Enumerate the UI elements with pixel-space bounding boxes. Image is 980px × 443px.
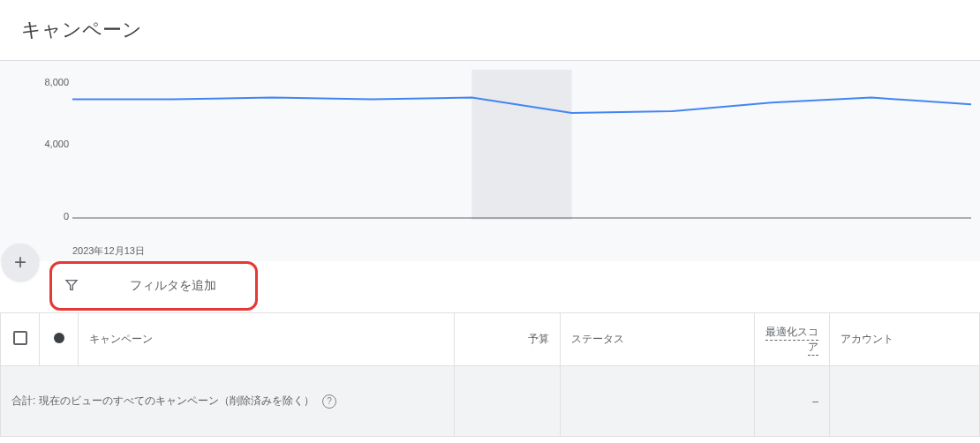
page-header: キャンペーン <box>0 0 980 61</box>
optscore-column-header[interactable]: 最適化スコア <box>755 313 830 366</box>
svg-rect-0 <box>471 70 571 220</box>
status-indicator-header[interactable] <box>40 313 79 366</box>
plus-icon: + <box>14 250 26 274</box>
summary-label-cell: 合計: 現在のビューのすべてのキャンペーン（削除済みを除く） ? <box>1 366 455 437</box>
add-filter-button[interactable]: フィルタを追加 <box>49 261 258 311</box>
add-button[interactable]: + <box>2 244 39 281</box>
summary-row: 合計: 現在のビューのすべてのキャンペーン（削除済みを除く） ? – <box>1 366 980 437</box>
svg-marker-7 <box>66 280 77 289</box>
campaigns-table: キャンペーン 予算 ステータス 最適化スコア アカウント 合計: 現在のビューの… <box>0 312 980 437</box>
help-icon[interactable]: ? <box>322 394 336 409</box>
filter-bar: フィルタを追加 <box>44 261 980 312</box>
checkbox-icon <box>13 331 27 345</box>
summary-status-cell <box>561 366 755 437</box>
account-column-header[interactable]: アカウント <box>830 313 980 366</box>
budget-column-header[interactable]: 予算 <box>455 313 561 366</box>
select-all-cell[interactable] <box>1 313 40 366</box>
summary-account-cell <box>830 366 980 437</box>
summary-optscore-cell: – <box>755 366 830 437</box>
filter-label: フィルタを追加 <box>103 278 243 294</box>
line-chart[interactable]: ««««« <box>35 70 971 220</box>
status-dot-icon <box>54 333 64 343</box>
campaign-column-header[interactable]: キャンペーン <box>79 313 455 366</box>
filter-icon <box>64 278 79 295</box>
x-axis-start-label: 2023年12月13日 <box>72 244 145 258</box>
summary-budget-cell <box>455 366 561 437</box>
page-title: キャンペーン <box>21 17 142 43</box>
chart-area: 8,000 4,000 0 ««««« 2023年12月13日 <box>0 61 980 261</box>
table-header-row: キャンペーン 予算 ステータス 最適化スコア アカウント <box>1 313 980 366</box>
status-column-header[interactable]: ステータス <box>561 313 755 366</box>
